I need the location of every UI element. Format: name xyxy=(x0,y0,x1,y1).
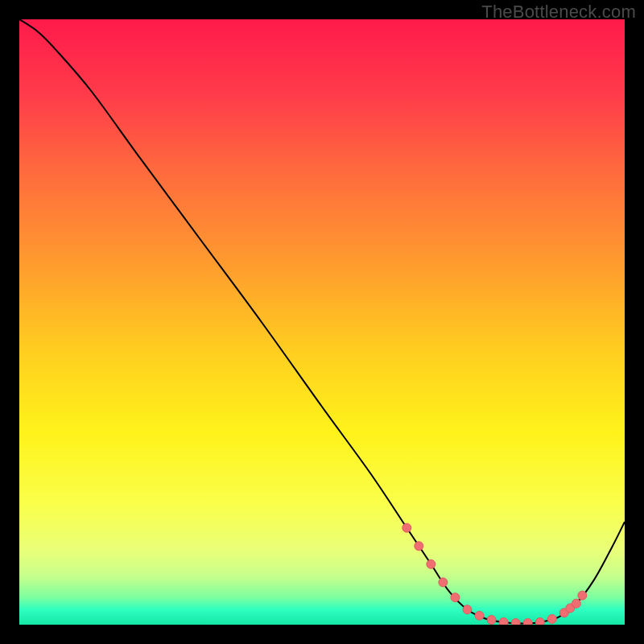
curve-marker xyxy=(578,591,587,600)
chart-frame: TheBottleneck.com xyxy=(0,0,644,644)
curve-marker xyxy=(439,578,448,587)
curve-marker xyxy=(427,559,436,568)
curve-marker xyxy=(547,614,556,623)
watermark-text: TheBottleneck.com xyxy=(481,2,636,23)
curve-marker xyxy=(523,618,532,625)
curve-marker xyxy=(415,542,423,551)
curve-marker xyxy=(499,617,508,625)
curve-marker xyxy=(511,618,520,625)
chart-svg xyxy=(19,19,625,625)
curve-marker xyxy=(402,523,411,532)
curve-marker xyxy=(463,605,472,614)
curve-marker xyxy=(475,611,484,620)
curve-marker xyxy=(572,599,580,608)
curve-marker xyxy=(487,615,496,624)
gradient-background xyxy=(19,19,625,625)
plot-area xyxy=(19,19,625,625)
curve-marker xyxy=(451,593,460,602)
curve-marker xyxy=(535,617,544,625)
